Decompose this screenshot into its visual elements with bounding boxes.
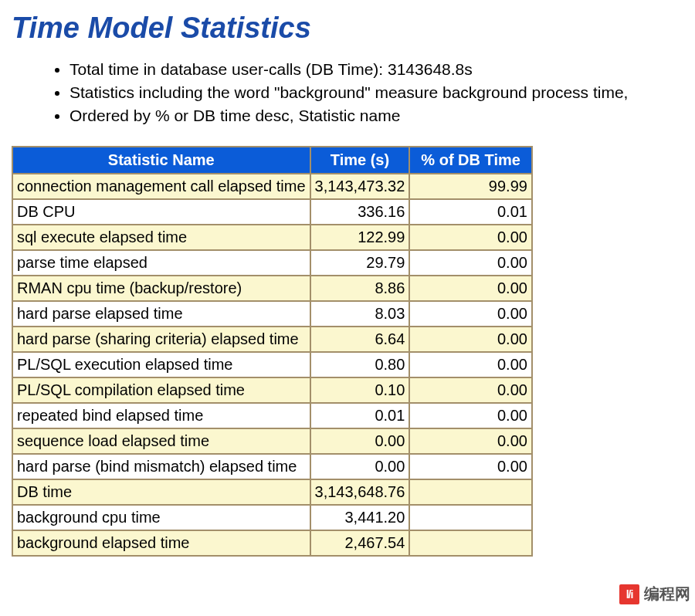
cell-name: RMAN cpu time (backup/restore)	[12, 276, 310, 301]
cell-name: DB time	[12, 479, 310, 505]
note-item: Ordered by % or DB time desc, Statistic …	[70, 105, 683, 127]
table-row: RMAN cpu time (backup/restore) 8.86 0.00	[12, 276, 532, 301]
cell-name: hard parse (sharing criteria) elapsed ti…	[12, 327, 310, 352]
cell-name: background cpu time	[12, 505, 310, 530]
cell-pct	[409, 505, 532, 530]
cell-time: 0.01	[310, 403, 410, 428]
cell-name: sequence load elapsed time	[12, 428, 310, 454]
table-row: hard parse elapsed time 8.03 0.00	[12, 301, 532, 327]
note-item: Statistics including the word "backgroun…	[70, 82, 683, 104]
table-row: background cpu time 3,441.20	[12, 505, 532, 530]
table-row: PL/SQL compilation elapsed time 0.10 0.0…	[12, 377, 532, 403]
note-item: Total time in database user-calls (DB Ti…	[70, 59, 683, 81]
cell-time: 8.86	[310, 276, 410, 301]
table-row: hard parse (sharing criteria) elapsed ti…	[12, 327, 532, 352]
cell-time: 2,467.54	[310, 530, 410, 556]
table-row: PL/SQL execution elapsed time 0.80 0.00	[12, 352, 532, 377]
table-row: hard parse (bind mismatch) elapsed time …	[12, 454, 532, 479]
cell-pct: 0.00	[409, 225, 532, 250]
cell-pct: 0.00	[409, 352, 532, 377]
table-row: DB CPU 336.16 0.01	[12, 199, 532, 225]
notes-list: Total time in database user-calls (DB Ti…	[12, 59, 683, 127]
cell-pct: 0.00	[409, 403, 532, 428]
table-row: parse time elapsed 29.79 0.00	[12, 250, 532, 276]
cell-pct: 0.00	[409, 250, 532, 276]
cell-time: 336.16	[310, 199, 410, 225]
cell-time: 0.10	[310, 377, 410, 403]
cell-name: DB CPU	[12, 199, 310, 225]
cell-name: background elapsed time	[12, 530, 310, 556]
table-header-row: Statistic Name Time (s) % of DB Time	[12, 147, 532, 174]
cell-time: 122.99	[310, 225, 410, 250]
table-row: background elapsed time 2,467.54	[12, 530, 532, 556]
cell-pct: 0.00	[409, 301, 532, 327]
cell-time: 29.79	[310, 250, 410, 276]
cell-pct: 0.01	[409, 199, 532, 225]
cell-name: repeated bind elapsed time	[12, 403, 310, 428]
col-pct-db-time: % of DB Time	[409, 147, 532, 174]
page-title: Time Model Statistics	[12, 12, 683, 45]
cell-time: 3,143,648.76	[310, 479, 410, 505]
cell-name: hard parse elapsed time	[12, 301, 310, 327]
col-time: Time (s)	[310, 147, 410, 174]
cell-pct: 0.00	[409, 454, 532, 479]
col-statistic-name: Statistic Name	[12, 147, 310, 174]
cell-name: hard parse (bind mismatch) elapsed time	[12, 454, 310, 479]
table-row: connection management call elapsed time …	[12, 174, 532, 199]
cell-pct: 0.00	[409, 428, 532, 454]
cell-name: parse time elapsed	[12, 250, 310, 276]
cell-time: 8.03	[310, 301, 410, 327]
cell-pct	[409, 530, 532, 556]
cell-time: 3,143,473.32	[310, 174, 410, 199]
time-model-table: Statistic Name Time (s) % of DB Time con…	[12, 146, 533, 557]
cell-name: PL/SQL execution elapsed time	[12, 352, 310, 377]
cell-name: connection management call elapsed time	[12, 174, 310, 199]
cell-pct: 99.99	[409, 174, 532, 199]
cell-time: 0.00	[310, 428, 410, 454]
cell-time: 3,441.20	[310, 505, 410, 530]
cell-time: 0.80	[310, 352, 410, 377]
table-row: repeated bind elapsed time 0.01 0.00	[12, 403, 532, 428]
table-row: DB time 3,143,648.76	[12, 479, 532, 505]
cell-name: PL/SQL compilation elapsed time	[12, 377, 310, 403]
cell-pct: 0.00	[409, 377, 532, 403]
cell-name: sql execute elapsed time	[12, 225, 310, 250]
table-row: sql execute elapsed time 122.99 0.00	[12, 225, 532, 250]
cell-pct: 0.00	[409, 327, 532, 352]
table-row: sequence load elapsed time 0.00 0.00	[12, 428, 532, 454]
cell-pct	[409, 479, 532, 505]
cell-time: 0.00	[310, 454, 410, 479]
cell-pct: 0.00	[409, 276, 532, 301]
cell-time: 6.64	[310, 327, 410, 352]
